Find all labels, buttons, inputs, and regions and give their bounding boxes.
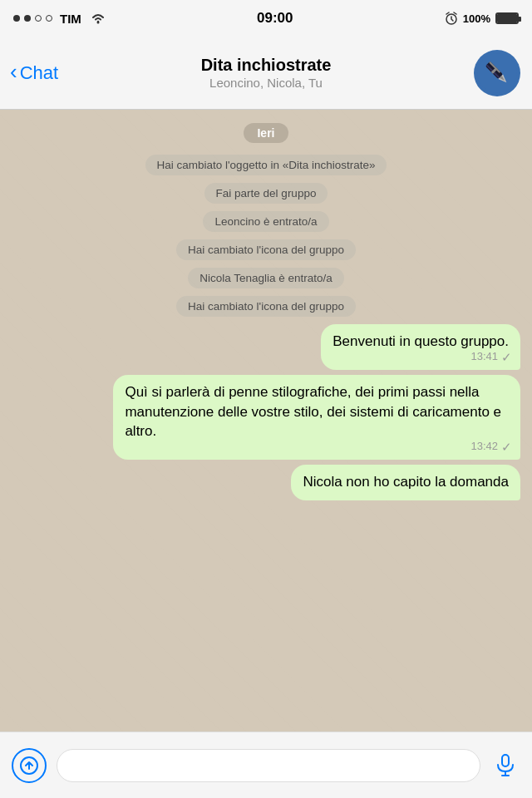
- system-message-6: Hai cambiato l'icona del gruppo: [12, 296, 520, 317]
- checkmark-icon-2: ✓: [501, 438, 512, 456]
- message-time-1: 13:41: [470, 349, 498, 364]
- back-chevron-icon: ‹: [10, 59, 17, 85]
- wifi-icon: [91, 12, 106, 24]
- status-right: 100%: [445, 12, 519, 25]
- svg-rect-10: [502, 755, 509, 766]
- nav-bar: ‹ Chat Dita inchiostrate Leoncino, Nicol…: [0, 37, 532, 110]
- date-separator: Ieri: [12, 123, 520, 143]
- message-text-2: Quì si parlerà di penne stilografiche, d…: [125, 384, 501, 440]
- status-time: 09:00: [257, 10, 293, 27]
- system-pill-2: Fai parte del gruppo: [204, 183, 328, 204]
- status-left: TIM: [13, 12, 106, 26]
- message-meta-2: 13:42 ✓: [470, 437, 512, 456]
- system-message-1: Hai cambiato l'oggetto in «Dita inchiost…: [12, 155, 520, 175]
- signal-dot-1: [13, 15, 20, 22]
- battery-percent: 100%: [463, 12, 490, 25]
- back-label: Chat: [20, 62, 58, 84]
- carrier-label: TIM: [60, 12, 81, 26]
- back-button[interactable]: ‹ Chat: [10, 61, 58, 85]
- message-input[interactable]: [57, 749, 480, 782]
- system-message-4: Hai cambiato l'icona del gruppo: [12, 239, 520, 260]
- message-bubble-3: Nicola non ho capito la domanda: [291, 465, 520, 500]
- nav-title: Dita inchiostrate: [201, 56, 332, 75]
- message-bubble-1: Benvenuti in questo gruppo. 13:41 ✓: [321, 324, 520, 370]
- attach-arrow-icon: [20, 756, 38, 775]
- battery-icon: [495, 12, 519, 24]
- message-row-1: Benvenuti in questo gruppo. 13:41 ✓: [12, 324, 520, 370]
- nav-center: Dita inchiostrate Leoncino, Nicola, Tu: [201, 56, 332, 90]
- bottom-bar: [0, 732, 532, 798]
- mic-icon: [495, 754, 516, 777]
- signal-dot-4: [46, 15, 52, 22]
- pen-icon: [477, 53, 517, 93]
- chat-area: Ieri Hai cambiato l'oggetto in «Dita inc…: [0, 110, 532, 732]
- system-pill-1: Hai cambiato l'oggetto in «Dita inchiost…: [145, 155, 387, 175]
- system-message-3: Leoncino è entrato/a: [12, 211, 520, 232]
- nav-subtitle: Leoncino, Nicola, Tu: [201, 76, 332, 90]
- signal-dot-3: [35, 15, 42, 22]
- mic-button[interactable]: [490, 751, 520, 781]
- message-row-3: Nicola non ho capito la domanda: [12, 465, 520, 500]
- message-meta-1: 13:41 ✓: [470, 347, 512, 366]
- alarm-icon: [445, 12, 458, 25]
- signal-dot-2: [24, 15, 31, 22]
- svg-point-0: [96, 22, 99, 24]
- checkmark-icon-1: ✓: [501, 348, 512, 366]
- status-bar: TIM 09:00 100%: [0, 0, 532, 37]
- system-message-2: Fai parte del gruppo: [12, 183, 520, 204]
- group-avatar[interactable]: [474, 50, 520, 96]
- message-time-2: 13:42: [470, 439, 498, 454]
- message-text-3: Nicola non ho capito la domanda: [303, 474, 509, 490]
- system-pill-5: Nicola Tenaglia è entrato/a: [188, 268, 344, 288]
- system-pill-6: Hai cambiato l'icona del gruppo: [176, 296, 356, 317]
- date-label: Ieri: [244, 123, 288, 143]
- battery-fill: [497, 14, 517, 22]
- message-row-2: Quì si parlerà di penne stilografiche, d…: [12, 375, 520, 460]
- message-bubble-2: Quì si parlerà di penne stilografiche, d…: [113, 375, 520, 460]
- attach-button[interactable]: [12, 748, 47, 783]
- system-message-5: Nicola Tenaglia è entrato/a: [12, 268, 520, 288]
- system-pill-3: Leoncino è entrato/a: [203, 211, 328, 232]
- system-pill-4: Hai cambiato l'icona del gruppo: [176, 239, 356, 260]
